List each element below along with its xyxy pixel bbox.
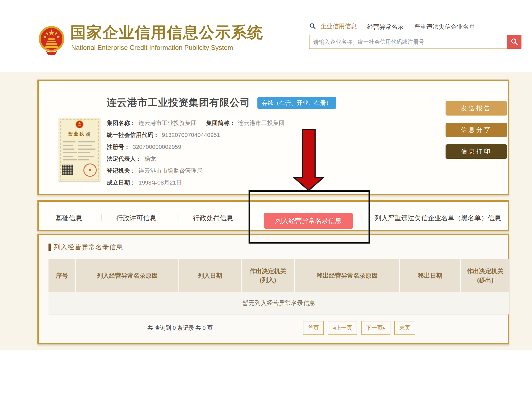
field-group-name-row: 集团名称：连云港市工业投资集团集团简称：连云港市工投集团: [107, 117, 285, 129]
company-name: 连云港市工业投资集团有限公司: [107, 96, 250, 109]
search-button-icon: [510, 38, 518, 46]
share-info-button[interactable]: 信息分享: [446, 123, 507, 137]
field-label: 统一社会信用代码：: [107, 132, 159, 138]
tab-separator: |: [101, 213, 103, 221]
tab-admin-penalty[interactable]: 行政处罚信息: [193, 214, 233, 222]
field-registry-row: 登记机关：连云港市市场监督管理局: [107, 165, 285, 177]
table-header-deciding-authority-out: 作出决定机关(移出): [461, 259, 509, 292]
pagination-last-button[interactable]: 末页: [394, 321, 415, 335]
field-label: 法定代表人：: [107, 155, 142, 162]
license-emblem-icon: [75, 120, 84, 130]
section-title: 列入经营异常名录信息: [54, 243, 123, 252]
table-empty-message: 暂无列入经营异常名录信息: [242, 299, 316, 307]
section-title-row: 列入经营异常名录信息: [48, 243, 123, 252]
pagination-buttons: 首页 ◂上一页 下一页▸ 末页: [303, 321, 415, 335]
top-nav: 企业信用信息 | 经营异常名录 | 严重违法失信企业名单: [309, 22, 475, 31]
field-label: 注册号：: [107, 144, 130, 150]
license-qr-code: [62, 165, 73, 175]
field-label: 集团简称：: [206, 120, 235, 126]
table-header-row: 序号 列入经营异常名录原因 列入日期 作出决定机关(列入) 移出经营异常名录原因…: [48, 259, 509, 292]
company-fields: 集团名称：连云港市工业投资集团集团简称：连云港市工投集团 统一社会信用代码：91…: [107, 117, 285, 188]
company-header: 连云港市工业投资集团有限公司 存续（在营、开业、在册）: [107, 96, 336, 109]
site-title: 国家企业信用信息公示系统: [70, 22, 263, 43]
pagination-first-button[interactable]: 首页: [303, 321, 324, 335]
company-action-buttons: 发送报告 信息分享 信息打印: [446, 101, 507, 159]
field-label: 集团名称：: [107, 120, 136, 126]
field-label: 登记机关：: [107, 167, 136, 174]
tab-admin-license[interactable]: 行政许可信息: [116, 214, 156, 222]
search-icon: [309, 23, 316, 31]
tab-separator: |: [361, 213, 363, 221]
field-value: 320700000002959: [133, 144, 181, 150]
nav-separator: |: [408, 24, 410, 30]
tab-blacklist[interactable]: 列入严重违法失信企业名单（黑名单）信息: [375, 214, 501, 222]
nav-separator: |: [361, 24, 363, 30]
field-value: 连云港市工业投资集团: [139, 120, 197, 126]
tab-abnormal-list-active[interactable]: 列入经营异常名录信息: [264, 213, 353, 229]
site-subtitle: National Enterprise Credit Information P…: [71, 44, 233, 52]
license-red-seal-icon: [83, 163, 97, 177]
company-status-badge: 存续（在营、开业、在册）: [257, 97, 336, 109]
print-info-button[interactable]: 信息打印: [446, 144, 507, 159]
business-license-thumbnail[interactable]: 营业执照: [59, 118, 100, 181]
table-empty-row: 暂无列入经营异常名录信息: [48, 292, 509, 314]
search-button[interactable]: [507, 35, 521, 49]
table-header-removal-date: 移出日期: [400, 259, 461, 292]
field-founded-date-row: 成立日期：1998年08月21日: [107, 177, 285, 188]
national-emblem-logo-icon: [38, 24, 65, 56]
pagination-summary: 共 查询到 0 条记录 共 0 页: [122, 324, 238, 332]
nav-link-abnormal-list[interactable]: 经营异常名录: [367, 23, 404, 31]
pagination-prev-button[interactable]: ◂上一页: [328, 321, 357, 335]
table-header-removal-reason: 移出经营异常名录原因: [295, 259, 400, 292]
search-input[interactable]: [309, 35, 507, 49]
nav-link-blacklist[interactable]: 严重违法失信企业名单: [414, 23, 475, 31]
tab-separator: |: [177, 213, 179, 221]
table-header-inclusion-reason: 列入经营异常名录原因: [76, 259, 179, 292]
send-report-button[interactable]: 发送报告: [446, 101, 507, 116]
page: 国家企业信用信息公示系统 National Enterprise Credit …: [0, 0, 532, 399]
field-value: 连云港市工投集团: [238, 120, 285, 126]
field-legal-rep-row: 法定代表人：杨龙: [107, 153, 285, 165]
section-title-bar-icon: [48, 244, 51, 251]
tab-basic-info[interactable]: 基础信息: [55, 214, 82, 222]
field-value: 913207007040440951: [162, 132, 220, 138]
nav-link-enterprise-credit[interactable]: 企业信用信息: [320, 22, 357, 31]
table-header-seq: 序号: [48, 259, 76, 292]
table-header-deciding-authority-in: 作出决定机关(列入): [242, 259, 295, 292]
search-bar: [309, 35, 521, 49]
field-value: 连云港市市场监督管理局: [139, 167, 203, 174]
license-title: 营业执照: [59, 131, 100, 137]
field-value: 1998年08月21日: [139, 179, 182, 186]
pagination-next-button[interactable]: 下一页▸: [361, 321, 390, 335]
field-value: 杨龙: [144, 155, 156, 162]
field-label: 成立日期：: [107, 179, 136, 186]
field-reg-number-row: 注册号：320700000002959: [107, 141, 285, 153]
field-credit-code-row: 统一社会信用代码：913207007040440951: [107, 129, 285, 141]
table-header-inclusion-date: 列入日期: [179, 259, 242, 292]
